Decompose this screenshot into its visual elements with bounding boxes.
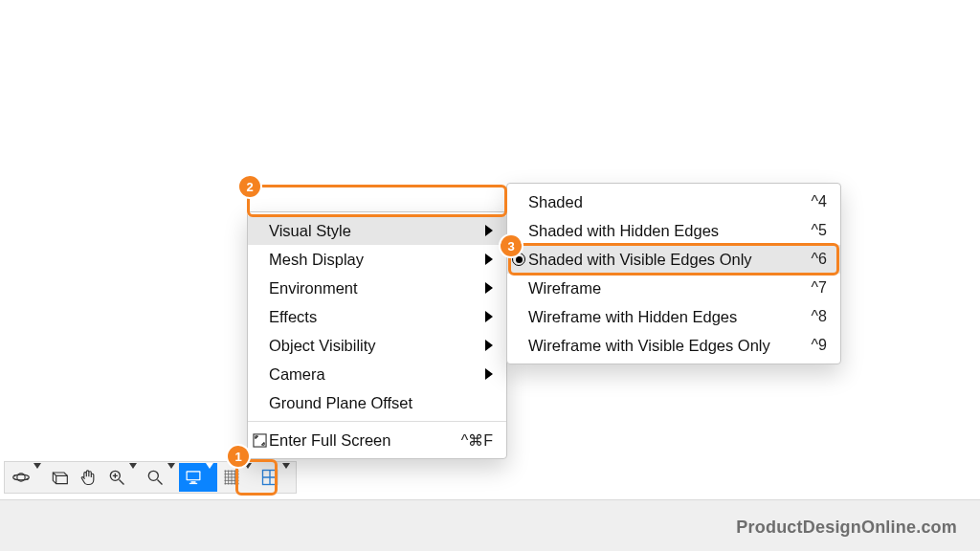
- submenu-item-shortcut: ^5: [812, 222, 827, 239]
- zoom-tool[interactable]: [102, 463, 141, 492]
- viewports-icon: [259, 467, 280, 488]
- grid-tool[interactable]: [217, 463, 256, 492]
- submenu-item-label: Shaded with Visible Edges Only: [528, 251, 785, 269]
- look-at-icon: [49, 467, 70, 488]
- menu-item-ground-plane-offset[interactable]: Ground Plane Offset: [248, 388, 506, 417]
- menu-item-label: Environment: [269, 279, 458, 298]
- grid-icon: [221, 467, 242, 488]
- submenu-item-shaded[interactable]: Shaded ^4: [507, 187, 840, 216]
- submenu-arrow-icon: [485, 368, 493, 380]
- submenu-item-label: Wireframe: [528, 279, 785, 298]
- dropdown-icon: [129, 469, 137, 486]
- visual-style-submenu: Shaded ^4 Shaded with Hidden Edges ^5 Sh…: [506, 183, 841, 364]
- svg-point-2: [13, 474, 15, 476]
- orbit-tool[interactable]: [7, 463, 45, 492]
- menu-separator: [248, 421, 506, 422]
- menu-item-label: Ground Plane Offset: [269, 394, 493, 412]
- svg-point-5: [148, 471, 158, 480]
- svg-rect-7: [188, 473, 200, 480]
- menu-item-label: Visual Style: [269, 222, 458, 240]
- submenu-arrow-icon: [485, 311, 493, 322]
- viewports-tool[interactable]: [256, 463, 294, 492]
- fit-tool[interactable]: [141, 463, 179, 492]
- menu-item-label: Object Visibility: [269, 337, 458, 355]
- submenu-item-shortcut: ^6: [812, 251, 827, 268]
- zoom-icon: [106, 467, 127, 488]
- submenu-item-shaded-hidden-edges[interactable]: Shaded with Hidden Edges ^5: [507, 216, 840, 245]
- submenu-item-shortcut: ^4: [812, 193, 827, 210]
- submenu-arrow-icon: [485, 253, 493, 265]
- menu-item-shortcut: ^⌘F: [461, 431, 493, 450]
- pan-hand-icon: [78, 467, 99, 488]
- orbit-icon: [11, 467, 32, 488]
- fullscreen-icon: [252, 432, 267, 448]
- menu-item-camera[interactable]: Camera: [248, 360, 506, 388]
- footer-panel: ProductDesignOnline.com: [0, 499, 980, 551]
- menu-item-label: Camera: [269, 365, 458, 384]
- menu-item-object-visibility[interactable]: Object Visibility: [248, 331, 506, 360]
- dropdown-icon: [33, 469, 41, 486]
- submenu-item-shortcut: ^9: [812, 337, 827, 354]
- svg-rect-9: [189, 483, 197, 484]
- menu-item-label: Enter Full Screen: [269, 431, 434, 450]
- annotation-badge-2: 2: [239, 176, 260, 197]
- dropdown-icon: [244, 469, 252, 486]
- menu-item-effects[interactable]: Effects: [248, 302, 506, 331]
- menu-item-environment[interactable]: Environment: [248, 274, 506, 302]
- submenu-item-wireframe[interactable]: Wireframe ^7: [507, 274, 840, 302]
- menu-item-label: Mesh Display: [269, 251, 458, 269]
- menu-item-enter-full-screen[interactable]: Enter Full Screen ^⌘F: [248, 426, 506, 454]
- submenu-item-shortcut: ^7: [812, 279, 827, 297]
- submenu-item-label: Wireframe with Visible Edges Only: [528, 337, 785, 355]
- pan-tool[interactable]: [74, 463, 102, 492]
- display-settings-menu: Visual Style Mesh Display Environment Ef…: [247, 211, 507, 459]
- submenu-item-label: Shaded: [528, 193, 785, 211]
- submenu-arrow-icon: [485, 340, 493, 351]
- monitor-icon: [183, 467, 204, 488]
- fit-icon: [145, 467, 166, 488]
- submenu-item-label: Wireframe with Hidden Edges: [528, 308, 785, 326]
- annotation-badge-1: 1: [228, 446, 249, 467]
- annotation-badge-3: 3: [501, 235, 522, 256]
- dropdown-icon: [167, 469, 175, 486]
- dropdown-icon: [282, 469, 290, 486]
- submenu-item-shortcut: ^8: [812, 308, 827, 325]
- watermark-text: ProductDesignOnline.com: [736, 518, 957, 538]
- viewport-toolbar: [4, 461, 297, 494]
- look-at-tool[interactable]: [45, 463, 74, 492]
- svg-rect-8: [191, 481, 196, 483]
- display-settings-tool[interactable]: [179, 463, 217, 492]
- menu-item-label: Effects: [269, 308, 458, 326]
- menu-item-mesh-display[interactable]: Mesh Display: [248, 245, 506, 274]
- menu-item-visual-style[interactable]: Visual Style: [248, 216, 506, 245]
- svg-point-3: [27, 478, 29, 480]
- dropdown-icon: [206, 469, 213, 486]
- submenu-item-wireframe-visible-edges[interactable]: Wireframe with Visible Edges Only ^9: [507, 331, 840, 360]
- submenu-item-wireframe-hidden-edges[interactable]: Wireframe with Hidden Edges ^8: [507, 302, 840, 331]
- submenu-item-shaded-visible-edges[interactable]: Shaded with Visible Edges Only ^6: [507, 245, 840, 274]
- submenu-arrow-icon: [485, 282, 493, 294]
- submenu-arrow-icon: [485, 225, 493, 236]
- submenu-item-label: Shaded with Hidden Edges: [528, 222, 785, 240]
